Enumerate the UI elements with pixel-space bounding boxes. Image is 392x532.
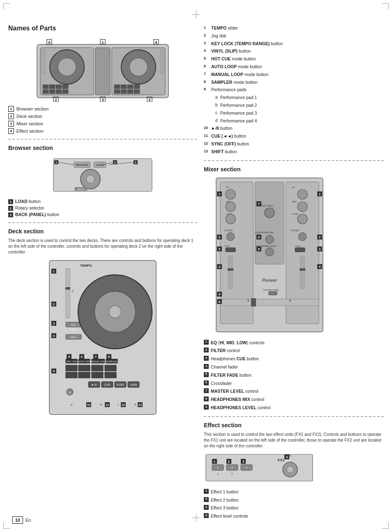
section-label-4: 4 Effect section (8, 128, 197, 134)
svg-text:3: 3 (242, 460, 244, 463)
deck-part-9d: d Performance pad 4 (204, 117, 384, 124)
names-of-parts-title: Names of Parts (8, 25, 197, 32)
svg-text:VINYL: VINYL (70, 336, 77, 339)
svg-text:BROWSE: BROWSE (76, 164, 88, 166)
effect-num-3: 3 (204, 505, 209, 510)
svg-rect-82 (78, 372, 90, 378)
svg-text:BACK: BACK (78, 188, 84, 191)
divider-2 (8, 222, 197, 223)
svg-point-132 (226, 202, 235, 212)
svg-text:4: 4 (219, 265, 221, 269)
svg-rect-25 (134, 90, 140, 94)
browser-section-title: Browser section (8, 145, 197, 151)
svg-rect-161 (269, 292, 277, 295)
browser-item-2: 2 Rotary selector (8, 205, 197, 211)
svg-rect-23 (121, 90, 127, 94)
svg-text:5: 5 (219, 292, 221, 296)
svg-text:4: 4 (286, 455, 288, 459)
deck-part-9b: b Performance pad 2 (204, 102, 384, 109)
corner-mark-tl (3, 3, 10, 10)
section-label-2: 2 Deck section (8, 113, 197, 119)
deck-part-5: 5 HOT CUE mode button (204, 55, 384, 62)
page-number-box: 10 (12, 516, 23, 524)
svg-text:MID: MID (292, 200, 297, 203)
effect-diagram-wrap: FX1 1 2 3 LEVEL (204, 452, 384, 485)
svg-text:2: 2 (231, 466, 233, 469)
mixer-section: Mixer section HI (204, 166, 384, 411)
browser-diagram-svg: BROWSE LOAD BACK 1 (49, 154, 156, 196)
svg-text:6: 6 (219, 300, 221, 304)
crosshair-bottom (192, 514, 200, 522)
mixer-item-2: 2 FILTER control (204, 347, 384, 354)
mixer-num-8: 8 (204, 396, 209, 401)
mixer-num-9: 9 (204, 405, 209, 410)
mixer-num-7: 7 (204, 388, 209, 393)
corner-mark-bl (3, 522, 10, 529)
page-number-area: 10 En (12, 516, 31, 524)
svg-rect-8 (42, 49, 45, 74)
svg-text:LOW: LOW (292, 213, 298, 215)
svg-rect-80 (105, 365, 116, 371)
svg-text:b: b (100, 403, 102, 406)
svg-text:12: 12 (122, 403, 125, 407)
browser-num-3: 3 (8, 212, 13, 217)
svg-text:1: 1 (219, 192, 221, 196)
svg-text:HI: HI (226, 186, 229, 189)
svg-rect-152 (295, 248, 305, 252)
svg-point-201 (287, 466, 293, 473)
svg-rect-162 (220, 299, 319, 306)
deck-part-3: 3 KEY LOCK (TEMPO RANGE) button (204, 40, 384, 47)
svg-point-144 (226, 233, 235, 241)
svg-point-134 (226, 214, 235, 224)
mixer-diagram-svg: HI MID LOW HI MID LOW (204, 176, 335, 336)
mixer-item-5: 5 FILTER FADE button (204, 372, 384, 379)
divider-right-1 (204, 160, 384, 161)
svg-point-146 (298, 233, 307, 241)
browser-item-1: 1 LOAD button (8, 199, 197, 204)
corner-mark-br (382, 522, 389, 529)
svg-point-7 (129, 58, 148, 76)
mixer-num-4: 4 (204, 364, 209, 369)
svg-text:1: 1 (101, 40, 104, 44)
svg-text:LOCK: LOCK (70, 328, 77, 331)
svg-rect-158 (300, 268, 305, 271)
browser-diagram-wrap: BROWSE LOAD BACK 1 (8, 154, 197, 196)
svg-text:1: 1 (55, 161, 57, 164)
deck-part-10: 10 ►/II button (204, 125, 384, 132)
svg-text:d: d (134, 403, 136, 406)
svg-text:SYNC: SYNC (116, 383, 124, 386)
svg-text:5: 5 (68, 355, 70, 359)
svg-text:1: 1 (217, 466, 219, 469)
svg-rect-17 (62, 90, 68, 94)
svg-point-138 (297, 202, 307, 212)
mixer-item-7: 7 MASTER LEVEL control (204, 388, 384, 395)
svg-rect-11 (49, 85, 55, 89)
svg-rect-77 (66, 365, 77, 371)
svg-text:1: 1 (247, 299, 249, 302)
svg-text:HOT CUE: HOT CUE (67, 360, 77, 363)
effect-num-4: 4 (204, 513, 209, 518)
effect-diagram-svg: FX1 1 2 3 LEVEL (204, 452, 315, 485)
deck-part-7: 7 MANUAL LOOP mode button (204, 71, 384, 78)
svg-rect-20 (127, 85, 133, 89)
deck-part-2: 2 Jog dial (204, 32, 384, 39)
mixer-diagram-wrap: HI MID LOW HI MID LOW (204, 176, 384, 336)
effect-num-1: 1 (204, 489, 209, 494)
deck-diagram-wrap: TEMPO 0 KEY LOCK VINYL (8, 258, 197, 419)
svg-rect-12 (56, 85, 62, 89)
svg-rect-24 (127, 90, 133, 94)
mixer-num-2: 2 (204, 348, 209, 352)
svg-text:3: 3 (246, 466, 247, 469)
svg-text:GAIN: GAIN (130, 383, 137, 386)
corner-mark-tr (382, 3, 389, 10)
svg-text:7: 7 (95, 355, 97, 359)
svg-rect-59 (65, 287, 70, 290)
mixer-num-5: 5 (204, 372, 209, 377)
svg-text:8: 8 (258, 235, 260, 239)
svg-point-154 (265, 248, 274, 256)
svg-text:8: 8 (108, 355, 110, 359)
svg-text:2: 2 (289, 299, 291, 302)
effect-section-title: Effect section (204, 422, 384, 428)
deck-description: The deck section is used to control the … (8, 238, 197, 255)
svg-text:9: 9 (53, 369, 55, 373)
